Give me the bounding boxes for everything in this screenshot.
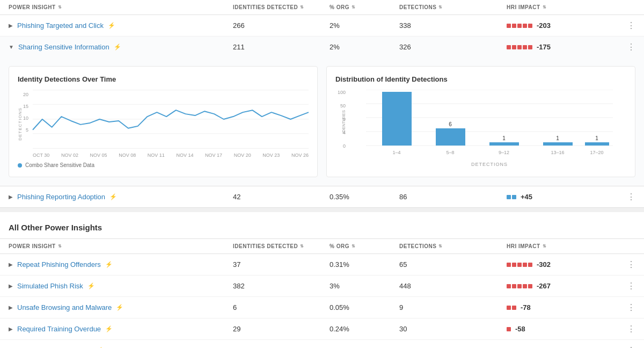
- bar-y-50: 50: [340, 103, 346, 108]
- lightning-other-2: ⚡: [116, 304, 123, 311]
- sort2-icon-detections: ⇅: [438, 244, 443, 249]
- dot-other-1-0: [507, 284, 511, 288]
- detections-row2: 326: [399, 43, 507, 51]
- other-rows-container: ▶ Repeat Phishing Offenders ⚡ 37 0.31% 6…: [0, 254, 644, 348]
- expand-other-1[interactable]: ▶: [9, 283, 13, 289]
- svg-text:1–4: 1–4: [392, 150, 400, 155]
- table-row-phishing-click: ▶ Phishing Targeted and Click ⚡ 266 2% 3…: [0, 15, 644, 37]
- ids-other-2: 6: [233, 303, 330, 311]
- link-phishing-reporting[interactable]: Phishing Reporting Adoption: [17, 193, 105, 201]
- svg-text:5–8: 5–8: [446, 150, 454, 155]
- expand-other-0[interactable]: ▶: [9, 262, 13, 267]
- bar-chart-box: Distribution of Identity Detections IDEN…: [326, 66, 635, 177]
- lightning-other-0: ⚡: [105, 261, 113, 268]
- col2-power-insight[interactable]: Power Insight ⇅: [9, 243, 233, 249]
- y-tick-10: 10: [23, 115, 28, 121]
- link-other-3[interactable]: Required Training Overdue: [17, 325, 101, 333]
- identities-row2: 211: [233, 43, 330, 51]
- more-other-1[interactable]: ⋮: [614, 281, 635, 291]
- col2-identities[interactable]: Identities Detected ⇅: [233, 243, 330, 249]
- hri-other-3: -58: [507, 325, 614, 333]
- col-power-insight[interactable]: Power Insight ⇅: [9, 4, 233, 10]
- link-other-2[interactable]: Unsafe Browsing and Malware: [17, 303, 112, 311]
- more-other-2[interactable]: ⋮: [614, 302, 635, 313]
- sort2-icon-identities: ⇅: [300, 244, 304, 249]
- link-other-0[interactable]: Repeat Phishing Offenders: [17, 260, 101, 269]
- expand-icon-row2[interactable]: ▼: [9, 44, 14, 50]
- pct-row2: 2%: [330, 43, 399, 51]
- x-axis-label-bar: DETECTIONS: [353, 162, 626, 167]
- more-other-3[interactable]: ⋮: [614, 324, 635, 334]
- dot-other-2-1: [512, 306, 516, 310]
- table-row-sharing: ▼ Sharing Sensitive Information ⚡ 211 2%…: [0, 37, 644, 57]
- svg-text:13–16: 13–16: [551, 150, 564, 155]
- expand-other-2[interactable]: ▶: [9, 305, 13, 310]
- sort-icon-pct: ⇅: [352, 5, 356, 10]
- dot-other-1-3: [523, 284, 527, 288]
- pct-other-0: 0.31%: [330, 260, 399, 269]
- x-label-nov14: NOV 14: [176, 153, 193, 158]
- bar-9-12: [489, 142, 519, 146]
- dot2-row1: [512, 24, 516, 28]
- det-other-0: 65: [399, 260, 507, 269]
- more-other-0[interactable]: ⋮: [614, 259, 635, 270]
- more-menu-reporting[interactable]: ⋮: [614, 192, 635, 202]
- more-menu-row2[interactable]: ⋮: [614, 42, 635, 52]
- lightning-icon-row2: ⚡: [114, 44, 121, 50]
- table-row-phishing-reporting: ▶ Phishing Reporting Adoption ⚡ 42 0.35%…: [0, 186, 644, 208]
- dot-other-1-2: [517, 284, 522, 288]
- other-row-3: ▶ Required Training Overdue ⚡ 29 0.24% 3…: [0, 318, 644, 340]
- ids-other-3: 29: [233, 325, 330, 333]
- impact-other-1: -267: [537, 282, 558, 290]
- sort2-icon-power: ⇅: [58, 244, 62, 249]
- impact-value-row1: -203: [537, 21, 558, 30]
- col-pct-org[interactable]: % Org ⇅: [330, 4, 399, 10]
- col-hri-impact[interactable]: HRI Impact ⇅: [507, 4, 614, 10]
- label-other-0: ▶ Repeat Phishing Offenders ⚡: [9, 260, 233, 269]
- dots-row2: [507, 45, 532, 49]
- x-label-oct30: OCT 30: [33, 153, 49, 158]
- col-detections[interactable]: Detections ⇅: [399, 4, 507, 10]
- svg-text:9–12: 9–12: [499, 150, 509, 155]
- col2-detections[interactable]: Detections ⇅: [399, 243, 507, 249]
- ids-other-1: 382: [233, 282, 330, 290]
- expand-icon-row1[interactable]: ▶: [9, 23, 13, 28]
- dot5-row2: [528, 45, 532, 49]
- y-tick-5: 5: [26, 127, 28, 133]
- line-chart-box: Identity Detections Over Time 20 15 10 5…: [9, 66, 318, 177]
- bar-13-16: [543, 142, 573, 146]
- expand-other-3[interactable]: ▶: [9, 326, 13, 332]
- dot2-row2: [512, 45, 516, 49]
- dots-reporting: [507, 195, 516, 199]
- col2-pct[interactable]: % Org ⇅: [330, 243, 399, 249]
- line-chart-svg: [33, 90, 309, 149]
- chart-legend: Combo Share Sensitive Data: [18, 162, 309, 168]
- bar-y-100: 100: [338, 90, 346, 95]
- row-label-phishing-click: ▶ Phishing Targeted and Click ⚡: [9, 21, 233, 30]
- identities-reporting: 42: [233, 193, 330, 201]
- expand-icon-reporting[interactable]: ▶: [9, 194, 13, 200]
- dot1-row2: [507, 45, 511, 49]
- identities-row1: 266: [233, 21, 330, 30]
- dot3-row2: [517, 45, 522, 49]
- dot4-row2: [523, 45, 527, 49]
- link-phishing-click[interactable]: Phishing Targeted and Click: [17, 21, 104, 30]
- x-label-nov05: NOV 05: [90, 153, 107, 158]
- other-row-0: ▶ Repeat Phishing Offenders ⚡ 37 0.31% 6…: [0, 254, 644, 276]
- more-menu-row1[interactable]: ⋮: [614, 20, 635, 31]
- col2-hri[interactable]: HRI Impact ⇅: [507, 243, 614, 249]
- link-sharing[interactable]: Sharing Sensitive Information: [18, 43, 109, 51]
- more-other-4[interactable]: ⋮: [614, 345, 635, 348]
- dot-other-0-0: [507, 263, 511, 267]
- bar-5-8: [436, 128, 465, 146]
- legend-label: Combo Share Sensitive Data: [25, 162, 94, 168]
- sort2-icon-hri: ⇅: [543, 244, 547, 249]
- col-identities-detected[interactable]: Identities Detected ⇅: [233, 4, 330, 10]
- dots-other-1: [507, 284, 532, 288]
- dot2-reporting: [512, 195, 516, 199]
- dot1-row1: [507, 24, 511, 28]
- label-other-3: ▶ Required Training Overdue ⚡: [9, 325, 233, 333]
- hri-other-1: -267: [507, 282, 614, 290]
- main-container: Power Insight ⇅ Identities Detected ⇅ % …: [0, 0, 644, 348]
- link-other-1[interactable]: Simulated Phish Risk: [17, 282, 83, 290]
